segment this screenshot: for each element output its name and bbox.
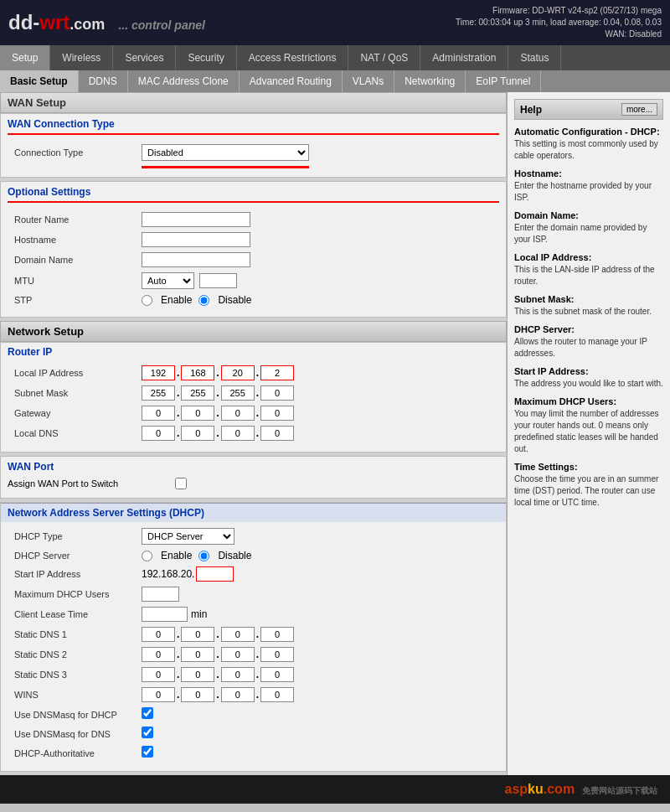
- nav2-item-eoip-tunnel[interactable]: EoIP Tunnel: [466, 70, 541, 92]
- sdns3-1[interactable]: [142, 667, 175, 682]
- subnet-mask-control: . . .: [142, 385, 499, 401]
- help-topic-heading: Domain Name:: [514, 210, 663, 220]
- gateway-3[interactable]: [221, 406, 255, 421]
- connection-type-field-label: Connection Type: [8, 147, 142, 158]
- local-ip-2[interactable]: [181, 365, 214, 380]
- dnsmasq-dns-checkbox[interactable]: [142, 727, 153, 738]
- connection-type-select[interactable]: Disabled DHCP Static IP PPPoE: [142, 144, 309, 161]
- stp-control: Enable Disable: [142, 294, 499, 306]
- dhcp-disable-radio[interactable]: [198, 551, 209, 561]
- sdns2-1[interactable]: [142, 647, 175, 662]
- local-dns-label: Local DNS: [8, 428, 142, 438]
- hostname-control: [142, 232, 499, 247]
- nav1-item-nat-/-qos[interactable]: NAT / QoS: [348, 45, 420, 70]
- local-dns-3[interactable]: [221, 426, 255, 441]
- dhcp-auth-row: DHCP-Authoritative: [8, 743, 499, 763]
- dhcp-auth-checkbox[interactable]: [142, 746, 153, 758]
- wins-4[interactable]: [260, 687, 294, 702]
- subnet-2[interactable]: [181, 385, 214, 401]
- subnet-3[interactable]: [221, 385, 255, 401]
- dnsmasq-dhcp-row: Use DNSMasq for DHCP: [8, 705, 499, 724]
- nav1-item-administration[interactable]: Administration: [420, 45, 508, 70]
- local-dns-row: Local DNS . . .: [8, 423, 499, 443]
- nav2-item-mac-address-clone[interactable]: MAC Address Clone: [128, 70, 240, 92]
- local-ip-label: Local IP Address: [8, 368, 142, 378]
- local-dns-2[interactable]: [181, 426, 214, 441]
- gateway-4[interactable]: [260, 406, 294, 421]
- local-ip-1[interactable]: [142, 365, 175, 380]
- sdns2-4[interactable]: [260, 647, 294, 662]
- dhcp-type-select[interactable]: DHCP Server DHCP Forwarder Disabled: [142, 528, 234, 545]
- nav1-item-status[interactable]: Status: [508, 45, 561, 70]
- help-topic-heading: Time Settings:: [514, 462, 663, 472]
- dhcp-type-label: DHCP Type: [8, 531, 142, 541]
- stp-enable-radio[interactable]: [142, 295, 152, 306]
- watermark-suffix: .com: [544, 782, 575, 796]
- start-ip-row: Start IP Address 192.168.20. 100: [8, 564, 499, 584]
- local-dns-4[interactable]: [260, 426, 294, 441]
- dnsmasq-dhcp-checkbox[interactable]: [142, 707, 153, 719]
- assign-wan-label: Assign WAN Port to Switch: [8, 478, 175, 489]
- local-ip-3[interactable]: [221, 365, 255, 380]
- max-users-label: Maximum DHCP Users: [8, 589, 142, 599]
- nav2-item-vlans[interactable]: VLANs: [343, 70, 394, 92]
- stp-row: STP Enable Disable: [8, 292, 499, 308]
- domain-name-input[interactable]: [142, 252, 250, 267]
- nav2-item-advanced-routing[interactable]: Advanced Routing: [240, 70, 343, 92]
- wins-control: . . .: [142, 687, 499, 702]
- assign-wan-checkbox[interactable]: [175, 478, 187, 489]
- mtu-size-input[interactable]: 1500: [199, 273, 237, 288]
- sdns2-2[interactable]: [181, 647, 214, 662]
- wins-3[interactable]: [221, 687, 255, 702]
- nav2-item-ddns[interactable]: DDNS: [79, 70, 128, 92]
- sdns3-3[interactable]: [221, 667, 255, 682]
- local-dns-1[interactable]: [142, 426, 175, 441]
- nav1-item-setup[interactable]: Setup: [0, 45, 50, 70]
- help-content: Automatic Configuration - DHCP:This sett…: [514, 127, 663, 509]
- router-name-input[interactable]: honglei-B: [142, 212, 250, 227]
- more-button[interactable]: more...: [621, 103, 657, 116]
- help-topic-heading: Local IP Address:: [514, 252, 663, 262]
- subnet-1[interactable]: [142, 385, 175, 401]
- logo: dd-wrt.com ... control panel: [8, 11, 205, 34]
- static-dns2-label: Static DNS 2: [8, 649, 142, 659]
- wan-connection-type-label: WAN Connection Type: [1, 114, 506, 132]
- wins-1[interactable]: [142, 687, 175, 702]
- nav2-item-networking[interactable]: Networking: [394, 70, 466, 92]
- nav1-item-security[interactable]: Security: [176, 45, 236, 70]
- sdns2-3[interactable]: [221, 647, 255, 662]
- nav1-item-services[interactable]: Services: [113, 45, 176, 70]
- gateway-label: Gateway: [8, 408, 142, 418]
- wan-port-label: WAN Port: [1, 457, 506, 474]
- router-ip-section: Router IP Local IP Address . . .: [0, 342, 507, 453]
- firmware-line1: Firmware: DD-WRT v24-sp2 (05/27/13) mega: [456, 5, 662, 17]
- lease-time-input[interactable]: 1440: [142, 607, 188, 622]
- watermark: aspku.com 免费网站源码下载站: [0, 775, 670, 804]
- max-users-input[interactable]: 50: [142, 587, 179, 602]
- router-name-control: honglei-B: [142, 212, 499, 227]
- wins-2[interactable]: [181, 687, 214, 702]
- sdns3-2[interactable]: [181, 667, 214, 682]
- wan-port-section: WAN Port Assign WAN Port to Switch: [0, 456, 507, 499]
- help-topic-text: Enter the hostname provided by your ISP.: [514, 180, 663, 204]
- dhcp-header: Network Address Server Settings (DHCP): [1, 503, 506, 522]
- gateway-1[interactable]: [142, 406, 175, 421]
- sdns1-4[interactable]: [260, 627, 294, 642]
- stp-disable-radio[interactable]: [198, 295, 209, 306]
- nav2-item-basic-setup[interactable]: Basic Setup: [0, 70, 79, 92]
- nav1-item-access-restrictions[interactable]: Access Restrictions: [237, 45, 349, 70]
- router-ip-inner: Local IP Address . . . Subnet Mask: [1, 359, 506, 447]
- sdns3-4[interactable]: [260, 667, 294, 682]
- hostname-input[interactable]: [142, 232, 250, 247]
- local-ip-4[interactable]: [260, 365, 294, 380]
- start-ip-input[interactable]: 100: [196, 566, 234, 582]
- nav1: SetupWirelessServicesSecurityAccess Rest…: [0, 45, 670, 70]
- nav1-item-wireless[interactable]: Wireless: [50, 45, 113, 70]
- sdns1-1[interactable]: [142, 627, 175, 642]
- sdns1-2[interactable]: [181, 627, 214, 642]
- dhcp-enable-radio[interactable]: [142, 551, 152, 561]
- gateway-2[interactable]: [181, 406, 214, 421]
- mtu-type-select[interactable]: Auto Manual: [142, 272, 194, 289]
- subnet-4[interactable]: [260, 385, 294, 401]
- sdns1-3[interactable]: [221, 627, 255, 642]
